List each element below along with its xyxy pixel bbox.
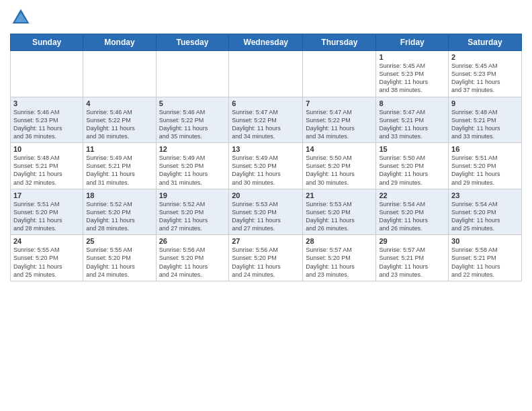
- calendar-cell: 12Sunrise: 5:49 AMSunset: 5:20 PMDayligh…: [156, 143, 229, 189]
- calendar-cell: 22Sunrise: 5:54 AMSunset: 5:20 PMDayligh…: [376, 189, 449, 235]
- day-info: Sunrise: 5:50 AMSunset: 5:20 PMDaylight:…: [306, 154, 373, 187]
- day-info: Sunrise: 5:57 AMSunset: 5:21 PMDaylight:…: [379, 246, 445, 279]
- day-info: Sunrise: 5:49 AMSunset: 5:21 PMDaylight:…: [86, 154, 152, 187]
- day-info: Sunrise: 5:55 AMSunset: 5:20 PMDaylight:…: [86, 246, 152, 279]
- day-header-monday: Monday: [83, 34, 156, 51]
- day-number: 27: [232, 237, 300, 245]
- day-number: 18: [86, 191, 152, 199]
- day-info: Sunrise: 5:58 AMSunset: 5:21 PMDaylight:…: [451, 246, 519, 279]
- calendar-cell: 17Sunrise: 5:51 AMSunset: 5:20 PMDayligh…: [11, 189, 83, 235]
- day-number: 17: [13, 191, 80, 199]
- header: [10, 7, 522, 28]
- calendar-cell: [229, 51, 303, 97]
- day-number: 11: [86, 145, 152, 153]
- calendar-cell: [303, 51, 376, 97]
- day-number: 9: [451, 99, 519, 107]
- logo: [10, 7, 34, 28]
- day-info: Sunrise: 5:56 AMSunset: 5:20 PMDaylight:…: [232, 246, 300, 279]
- day-header-tuesday: Tuesday: [156, 34, 229, 51]
- day-info: Sunrise: 5:48 AMSunset: 5:21 PMDaylight:…: [451, 108, 519, 141]
- header-row: SundayMondayTuesdayWednesdayThursdayFrid…: [11, 34, 522, 51]
- calendar-cell: 4Sunrise: 5:46 AMSunset: 5:22 PMDaylight…: [83, 97, 156, 143]
- day-number: 22: [379, 191, 445, 199]
- page: SundayMondayTuesdayWednesdayThursdayFrid…: [0, 0, 532, 291]
- day-number: 26: [159, 237, 226, 245]
- day-number: 16: [451, 145, 519, 153]
- calendar-cell: [11, 51, 83, 97]
- calendar-cell: [83, 51, 156, 97]
- day-info: Sunrise: 5:45 AMSunset: 5:23 PMDaylight:…: [379, 62, 445, 95]
- day-number: 3: [13, 99, 80, 107]
- day-number: 29: [379, 237, 445, 245]
- day-info: Sunrise: 5:53 AMSunset: 5:20 PMDaylight:…: [306, 200, 373, 233]
- day-number: 1: [379, 53, 445, 61]
- calendar-cell: 19Sunrise: 5:52 AMSunset: 5:20 PMDayligh…: [156, 189, 229, 235]
- calendar-cell: 30Sunrise: 5:58 AMSunset: 5:21 PMDayligh…: [449, 235, 522, 281]
- calendar-cell: [156, 51, 229, 97]
- day-info: Sunrise: 5:55 AMSunset: 5:20 PMDaylight:…: [13, 246, 80, 279]
- day-number: 8: [379, 99, 445, 107]
- day-number: 4: [86, 99, 152, 107]
- calendar-cell: 28Sunrise: 5:57 AMSunset: 5:20 PMDayligh…: [303, 235, 376, 281]
- day-number: 5: [159, 99, 226, 107]
- week-row-2: 3Sunrise: 5:46 AMSunset: 5:23 PMDaylight…: [11, 97, 522, 143]
- calendar-cell: 6Sunrise: 5:47 AMSunset: 5:22 PMDaylight…: [229, 97, 303, 143]
- day-number: 28: [306, 237, 373, 245]
- day-info: Sunrise: 5:53 AMSunset: 5:20 PMDaylight:…: [232, 200, 300, 233]
- day-info: Sunrise: 5:45 AMSunset: 5:23 PMDaylight:…: [451, 62, 519, 95]
- calendar-cell: 1Sunrise: 5:45 AMSunset: 5:23 PMDaylight…: [376, 51, 449, 97]
- day-header-sunday: Sunday: [11, 34, 83, 51]
- day-info: Sunrise: 5:50 AMSunset: 5:20 PMDaylight:…: [379, 154, 445, 187]
- day-info: Sunrise: 5:52 AMSunset: 5:20 PMDaylight:…: [86, 200, 152, 233]
- calendar-cell: 29Sunrise: 5:57 AMSunset: 5:21 PMDayligh…: [376, 235, 449, 281]
- day-info: Sunrise: 5:51 AMSunset: 5:20 PMDaylight:…: [13, 200, 80, 233]
- day-header-saturday: Saturday: [449, 34, 522, 51]
- logo-icon: [10, 7, 32, 28]
- day-number: 14: [306, 145, 373, 153]
- calendar-cell: 7Sunrise: 5:47 AMSunset: 5:22 PMDaylight…: [303, 97, 376, 143]
- day-info: Sunrise: 5:46 AMSunset: 5:22 PMDaylight:…: [159, 108, 226, 141]
- day-info: Sunrise: 5:51 AMSunset: 5:20 PMDaylight:…: [451, 154, 519, 187]
- day-number: 10: [13, 145, 80, 153]
- calendar-cell: 3Sunrise: 5:46 AMSunset: 5:23 PMDaylight…: [11, 97, 83, 143]
- day-number: 25: [86, 237, 152, 245]
- day-info: Sunrise: 5:47 AMSunset: 5:22 PMDaylight:…: [306, 108, 373, 141]
- day-info: Sunrise: 5:47 AMSunset: 5:21 PMDaylight:…: [379, 108, 445, 141]
- calendar-table: SundayMondayTuesdayWednesdayThursdayFrid…: [10, 34, 522, 281]
- calendar-cell: 10Sunrise: 5:48 AMSunset: 5:21 PMDayligh…: [11, 143, 83, 189]
- day-info: Sunrise: 5:52 AMSunset: 5:20 PMDaylight:…: [159, 200, 226, 233]
- day-number: 15: [379, 145, 445, 153]
- week-row-1: 1Sunrise: 5:45 AMSunset: 5:23 PMDaylight…: [11, 51, 522, 97]
- calendar-cell: 13Sunrise: 5:49 AMSunset: 5:20 PMDayligh…: [229, 143, 303, 189]
- calendar-cell: 20Sunrise: 5:53 AMSunset: 5:20 PMDayligh…: [229, 189, 303, 235]
- day-info: Sunrise: 5:48 AMSunset: 5:21 PMDaylight:…: [13, 154, 80, 187]
- calendar-cell: 18Sunrise: 5:52 AMSunset: 5:20 PMDayligh…: [83, 189, 156, 235]
- day-header-wednesday: Wednesday: [229, 34, 303, 51]
- calendar-cell: 14Sunrise: 5:50 AMSunset: 5:20 PMDayligh…: [303, 143, 376, 189]
- calendar-cell: 5Sunrise: 5:46 AMSunset: 5:22 PMDaylight…: [156, 97, 229, 143]
- day-number: 20: [232, 191, 300, 199]
- calendar-cell: 26Sunrise: 5:56 AMSunset: 5:20 PMDayligh…: [156, 235, 229, 281]
- calendar-cell: 23Sunrise: 5:54 AMSunset: 5:20 PMDayligh…: [449, 189, 522, 235]
- day-number: 24: [13, 237, 80, 245]
- day-number: 2: [451, 53, 519, 61]
- day-header-thursday: Thursday: [303, 34, 376, 51]
- day-info: Sunrise: 5:46 AMSunset: 5:22 PMDaylight:…: [86, 108, 152, 141]
- day-info: Sunrise: 5:46 AMSunset: 5:23 PMDaylight:…: [13, 108, 80, 141]
- day-number: 21: [306, 191, 373, 199]
- week-row-3: 10Sunrise: 5:48 AMSunset: 5:21 PMDayligh…: [11, 143, 522, 189]
- day-info: Sunrise: 5:54 AMSunset: 5:20 PMDaylight:…: [379, 200, 445, 233]
- calendar-cell: 27Sunrise: 5:56 AMSunset: 5:20 PMDayligh…: [229, 235, 303, 281]
- day-number: 12: [159, 145, 226, 153]
- day-info: Sunrise: 5:47 AMSunset: 5:22 PMDaylight:…: [232, 108, 300, 141]
- calendar-cell: 2Sunrise: 5:45 AMSunset: 5:23 PMDaylight…: [449, 51, 522, 97]
- calendar-cell: 9Sunrise: 5:48 AMSunset: 5:21 PMDaylight…: [449, 97, 522, 143]
- day-info: Sunrise: 5:54 AMSunset: 5:20 PMDaylight:…: [451, 200, 519, 233]
- day-info: Sunrise: 5:49 AMSunset: 5:20 PMDaylight:…: [232, 154, 300, 187]
- day-number: 23: [451, 191, 519, 199]
- day-number: 6: [232, 99, 300, 107]
- day-info: Sunrise: 5:57 AMSunset: 5:20 PMDaylight:…: [306, 246, 373, 279]
- calendar-cell: 21Sunrise: 5:53 AMSunset: 5:20 PMDayligh…: [303, 189, 376, 235]
- week-row-5: 24Sunrise: 5:55 AMSunset: 5:20 PMDayligh…: [11, 235, 522, 281]
- calendar-cell: 11Sunrise: 5:49 AMSunset: 5:21 PMDayligh…: [83, 143, 156, 189]
